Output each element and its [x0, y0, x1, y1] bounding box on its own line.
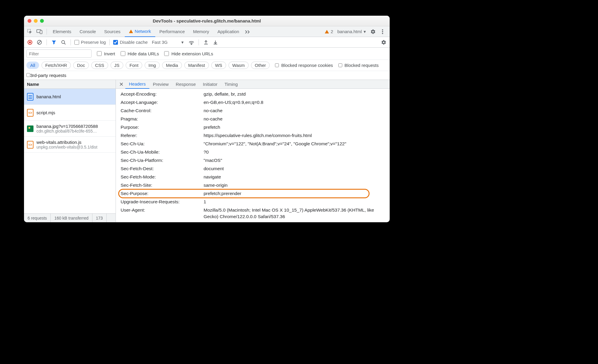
header-name: Accept-Language:	[121, 99, 204, 106]
panel-tab-performance[interactable]: Performance	[155, 26, 189, 37]
header-value: prefetch;prerender	[204, 190, 390, 197]
type-pill-wasm[interactable]: Wasm	[228, 62, 249, 69]
detail-tab-timing[interactable]: Timing	[221, 80, 241, 89]
settings-gear-icon[interactable]	[369, 28, 377, 36]
blocked-requests-checkbox[interactable]: Blocked requests	[338, 63, 379, 68]
header-row: Accept-Encoding:gzip, deflate, br, zstd	[121, 90, 390, 98]
record-button[interactable]	[26, 39, 33, 46]
panel-tab-sources[interactable]: Sources	[100, 26, 125, 37]
detail-tab-initiator[interactable]: Initiator	[199, 80, 221, 89]
type-pill-img[interactable]: Img	[145, 62, 160, 69]
header-value: Mozilla/5.0 (Macintosh; Intel Mac OS X 1…	[204, 207, 390, 220]
divider	[47, 39, 47, 45]
header-name: Referer:	[121, 132, 204, 139]
more-panels-icon[interactable]	[243, 28, 252, 36]
detail-tabs: ✕ HeadersPreviewResponseInitiatorTiming	[116, 80, 390, 89]
panel-tab-memory[interactable]: Memory	[189, 26, 213, 37]
panel-tabs: ElementsConsoleSourcesNetworkPerformance…	[24, 26, 390, 37]
panel-tab-application[interactable]: Application	[213, 26, 243, 37]
panel-tab-console[interactable]: Console	[76, 26, 100, 37]
header-name: Sec-Ch-Ua-Mobile:	[121, 149, 204, 155]
svg-line-9	[64, 43, 65, 44]
header-value: "macOS"	[204, 157, 390, 164]
request-row[interactable]: banana.html	[24, 89, 116, 105]
warning-triangle-icon	[325, 30, 329, 33]
upload-har-icon[interactable]	[202, 39, 210, 46]
type-pill-font[interactable]: Font	[126, 62, 142, 69]
header-name: Sec-Fetch-Site:	[121, 182, 204, 189]
divider	[47, 29, 47, 35]
status-transferred: 160 kB transferred	[51, 214, 92, 222]
header-name: Sec-Purpose:	[121, 190, 204, 197]
svg-point-8	[62, 41, 65, 44]
name-column-header[interactable]: Name	[24, 80, 116, 89]
filter-toggle-icon[interactable]	[50, 39, 57, 46]
invert-checkbox[interactable]: Invert	[97, 51, 115, 56]
header-row: Accept-Language:en-GB,en-US;q=0.9,en;q=0…	[121, 98, 390, 107]
request-row[interactable]: <>script.mjs	[24, 105, 116, 121]
inspect-element-icon[interactable]	[26, 28, 34, 36]
clear-log-icon[interactable]	[36, 39, 43, 46]
disable-cache-checkbox[interactable]: Disable cache	[113, 40, 148, 45]
context-selector[interactable]: banana.html ▾	[337, 29, 366, 34]
panel-tab-network[interactable]: Network	[125, 26, 155, 37]
header-value: gzip, deflate, br, zstd	[204, 91, 390, 97]
header-row: Sec-Fetch-Dest:document	[121, 165, 390, 173]
disable-cache-input[interactable]	[113, 40, 118, 45]
close-detail-icon[interactable]: ✕	[117, 81, 125, 88]
throttle-select[interactable]: Fast 3G ▾	[150, 40, 185, 45]
preserve-log-input[interactable]	[74, 40, 79, 45]
svg-point-10	[191, 44, 192, 44]
request-row[interactable]: banana.jpg?v=1705668720588cdn.glitch.glo…	[24, 121, 116, 137]
network-conditions-icon[interactable]	[188, 39, 195, 46]
third-party-checkbox[interactable]: 3rd-party requests	[26, 73, 66, 78]
chevron-down-icon: ▾	[364, 29, 366, 34]
header-name: Purpose:	[121, 124, 204, 131]
header-value: same-origin	[204, 182, 390, 189]
device-toolbar-icon[interactable]	[35, 28, 44, 36]
detail-tab-headers[interactable]: Headers	[125, 80, 149, 89]
type-pill-media[interactable]: Media	[162, 62, 182, 69]
type-filter-row: AllFetch/XHRDocCSSJSFontImgMediaManifest…	[24, 60, 390, 71]
header-row: Cache-Control:no-cache	[121, 107, 390, 115]
type-pill-doc[interactable]: Doc	[73, 62, 89, 69]
hide-extension-urls-checkbox[interactable]: Hide extension URLs	[164, 51, 213, 56]
type-pill-other[interactable]: Other	[251, 62, 270, 69]
header-row: Sec-Fetch-Mode:navigate	[121, 173, 390, 181]
kebab-menu-icon[interactable]	[378, 28, 387, 36]
download-har-icon[interactable]	[212, 39, 219, 46]
blocked-cookies-checkbox[interactable]: Blocked response cookies	[275, 63, 333, 68]
type-pill-all[interactable]: All	[26, 62, 39, 69]
type-pill-manifest[interactable]: Manifest	[184, 62, 209, 69]
header-value: no-cache	[204, 107, 390, 114]
type-pill-css[interactable]: CSS	[91, 62, 108, 69]
network-toolbar: Preserve log Disable cache Fast 3G ▾	[24, 37, 390, 48]
search-icon[interactable]	[60, 39, 67, 46]
preserve-log-checkbox[interactable]: Preserve log	[74, 40, 106, 45]
window-title: DevTools - speculative-rules.glitch.me/b…	[24, 18, 390, 23]
detail-tab-response[interactable]: Response	[172, 80, 199, 89]
header-name: Cache-Control:	[121, 107, 204, 114]
filter-input[interactable]	[26, 49, 92, 58]
devtools-window: DevTools - speculative-rules.glitch.me/b…	[24, 16, 390, 222]
type-pill-fetch-xhr[interactable]: Fetch/XHR	[41, 62, 71, 69]
header-row: Referer:https://speculative-rules.glitch…	[121, 131, 390, 140]
detail-pane: ✕ HeadersPreviewResponseInitiatorTiming …	[116, 80, 390, 222]
header-value: navigate	[204, 174, 390, 180]
network-settings-gear-icon[interactable]	[380, 39, 387, 46]
disable-cache-label: Disable cache	[120, 40, 148, 45]
detail-tab-preview[interactable]: Preview	[149, 80, 172, 89]
js-file-icon: <>	[27, 141, 33, 149]
warning-count-text: 2	[331, 29, 333, 34]
type-pill-ws[interactable]: WS	[211, 62, 226, 69]
request-domain: cdn.glitch.global/87b4c0fe-655…	[36, 129, 98, 133]
warnings-count[interactable]: 2	[325, 29, 333, 34]
throttle-label: Fast 3G	[152, 40, 167, 45]
header-value: https://speculative-rules.glitch.me/comm…	[204, 132, 390, 139]
type-pill-js[interactable]: JS	[111, 62, 124, 69]
request-row[interactable]: <>web-vitals.attribution.jsunpkg.com/web…	[24, 137, 116, 153]
panel-tab-elements[interactable]: Elements	[49, 26, 76, 37]
header-name: Upgrade-Insecure-Requests:	[121, 199, 204, 205]
hide-data-urls-checkbox[interactable]: Hide data URLs	[121, 51, 159, 56]
header-value: ?0	[204, 149, 390, 155]
